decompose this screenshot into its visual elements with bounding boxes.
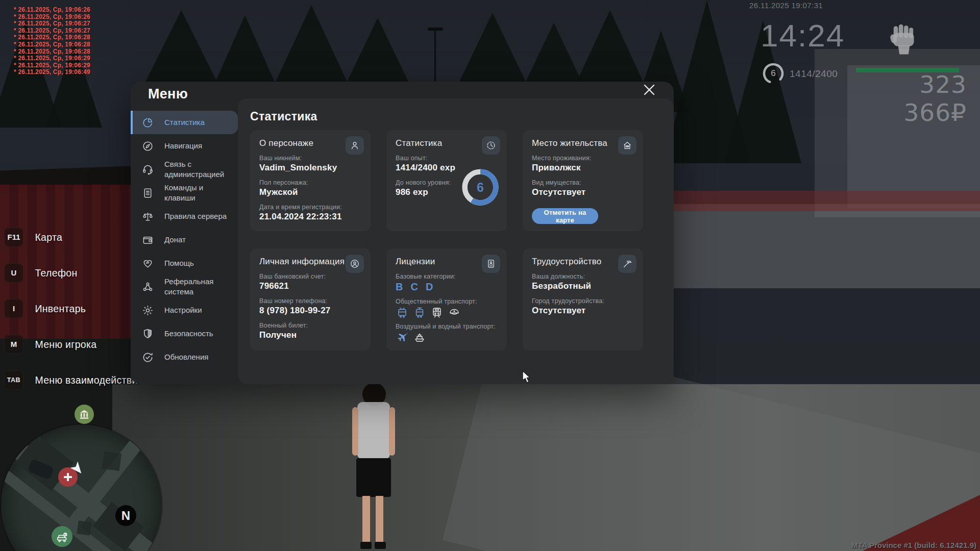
menu-content: Статистика О персонаже Ваш никнейм: Vadi… — [238, 98, 674, 384]
pickaxe-icon — [618, 255, 636, 273]
ship-icon — [413, 331, 426, 344]
card-statistics: Статистика Ваш опыт: 1414/2400 exp До но… — [386, 130, 507, 231]
scales-icon — [131, 211, 164, 222]
game-screen: * 26.11.2025, Ср, 19:06:26 * 26.11.2025,… — [0, 0, 980, 551]
chat-line: * 26.11.2025, Ср, 19:06:27 — [14, 20, 90, 28]
sidebar-item-security[interactable]: Безопасность — [131, 322, 238, 345]
air-water-transport-licenses — [396, 331, 498, 344]
chat-line: * 26.11.2025, Ср, 19:06:29 — [14, 62, 90, 69]
referral-icon — [131, 281, 164, 293]
sidebar-item-server-rules[interactable]: Правила сервера — [131, 205, 238, 228]
chat-line: * 26.11.2025, Ср, 19:06:28 — [14, 34, 90, 41]
sidebar-item-navigation[interactable]: Навигация — [131, 134, 238, 158]
menu-sidebar: Статистика Навигация Связь с администрац… — [131, 111, 238, 369]
chat-log: * 26.11.2025, Ср, 19:06:26 * 26.11.2025,… — [14, 7, 90, 76]
hotkey-phone: U Телефон — [4, 263, 77, 283]
profile-circle-icon — [346, 255, 364, 273]
sidebar-item-statistics[interactable]: Статистика — [131, 111, 238, 134]
sidebar-item-help[interactable]: Помощь — [131, 252, 238, 275]
tram-icon — [413, 306, 426, 319]
hotkey-player-menu: M Меню игрока — [4, 335, 96, 354]
shield-icon — [131, 328, 164, 340]
license-card-icon — [482, 255, 500, 273]
compass-icon — [131, 140, 164, 152]
sidebar-item-referral[interactable]: Реферальная система — [131, 275, 238, 298]
close-icon — [640, 81, 658, 99]
player-character — [351, 383, 397, 551]
public-transport-licenses — [396, 306, 498, 319]
level-progress-ring: 6 — [461, 168, 500, 207]
chat-line: * 26.11.2025, Ср, 19:06:49 — [14, 69, 90, 76]
hotkey-map: F11 Карта — [4, 228, 62, 247]
card-about-character: О персонаже Ваш никнейм: Vadim_Smolensky… — [250, 130, 371, 231]
content-header: Статистика — [250, 110, 317, 123]
street-lamp — [434, 30, 436, 85]
hud-exp: 1414/2400 — [790, 68, 838, 80]
chat-line: * 26.11.2025, Ср, 19:06:26 — [14, 14, 90, 21]
chart-clock-icon — [482, 136, 500, 155]
card-licenses: Лицензии Базовые категории: B C D Общест… — [386, 248, 507, 350]
train-icon — [430, 306, 443, 319]
sidebar-item-updates[interactable]: Обновления — [131, 345, 238, 369]
sidebar-item-settings[interactable]: Настройки — [131, 298, 238, 322]
plane-icon — [396, 331, 408, 344]
hud-datetime: 26.11.2025 19:07:31 — [749, 1, 823, 10]
pie-chart-icon — [131, 117, 164, 129]
hud-level-ring: 6 — [762, 62, 785, 85]
hud-clock: 14:24 — [761, 17, 845, 54]
mark-on-map-button[interactable]: Отметить на карте — [532, 208, 598, 224]
sidebar-item-commands-keys[interactable]: Команды и клавиши — [131, 181, 238, 205]
close-button[interactable] — [640, 81, 658, 99]
chat-line: * 26.11.2025, Ср, 19:06:28 — [14, 48, 90, 56]
license-categories: B C D — [396, 281, 498, 293]
card-personal-info: Личная информация Ваш банковский счет: 7… — [250, 248, 371, 350]
chat-line: * 26.11.2025, Ср, 19:06:28 — [14, 41, 90, 48]
wallet-icon — [131, 234, 164, 246]
bank-marker-icon — [75, 405, 94, 424]
conductor-cap-icon — [448, 306, 460, 319]
player-arrow-icon — [70, 462, 84, 475]
sidebar-item-admin-contact[interactable]: Связь с администрацией — [131, 158, 238, 181]
menu-panel: Меню Статистика Навигация — [131, 82, 674, 384]
trolleybus-icon — [396, 306, 408, 319]
chat-line: * 26.11.2025, Ср, 19:06:29 — [14, 55, 90, 62]
updates-icon — [131, 352, 164, 363]
server-watermark: MTA Province #1 (build: 6.12421.9) — [851, 541, 976, 549]
heart-handshake-icon — [131, 258, 164, 269]
chat-line: * 26.11.2025, Ср, 19:06:27 — [14, 28, 90, 35]
key-badge: M — [4, 335, 23, 354]
north-indicator: N — [115, 505, 136, 526]
fist-icon — [889, 21, 919, 56]
key-badge: U — [4, 263, 23, 283]
card-employment: Трудоустройство Ваша должность: Безработ… — [523, 248, 643, 350]
menu-title: Меню — [148, 86, 188, 102]
chat-line: * 26.11.2025, Ср, 19:06:26 — [14, 7, 90, 14]
house-icon — [618, 136, 636, 155]
card-residence: Место жительства Место проживания: Приво… — [523, 130, 643, 231]
sidebar-item-donate[interactable]: Донат — [131, 228, 238, 252]
gear-icon — [131, 305, 164, 316]
key-badge: TAB — [4, 370, 23, 390]
level-value: 6 — [461, 168, 500, 207]
mouse-cursor — [522, 370, 533, 384]
hud-money: 323 366₽ — [865, 70, 967, 127]
person-icon — [346, 136, 364, 155]
hud-level-value: 6 — [762, 62, 785, 85]
key-badge: I — [4, 299, 23, 318]
commands-icon — [131, 187, 164, 199]
hotkey-inventory: I Инвентарь — [4, 299, 86, 318]
hotkey-interaction-menu: TAB Меню взаимодействия — [4, 370, 143, 390]
car-marker-icon — [52, 526, 72, 547]
headset-icon — [131, 164, 164, 176]
key-badge: F11 — [4, 228, 23, 247]
